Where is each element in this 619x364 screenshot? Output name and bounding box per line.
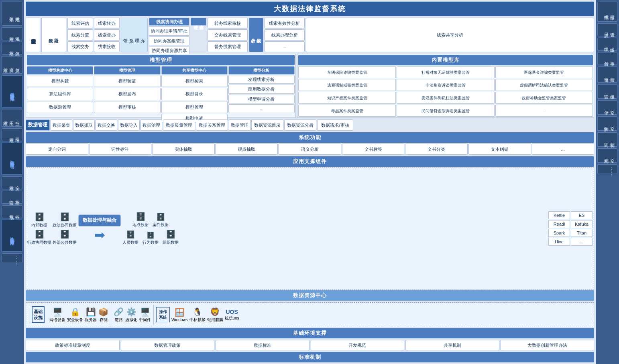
infra-link: 🔗 链路 (114, 307, 124, 323)
builtin-lending: 民间借贷虚假诉讼类案监管 (397, 105, 494, 117)
std-mechanism-title: 标准机制 (26, 352, 594, 362)
left-sidebar-group-overall: 总体标准 (2, 42, 22, 55)
model-mgmt2-box: 模型管理 (161, 101, 228, 113)
right-sidebar-monitor: 监控报警 (597, 67, 617, 83)
data-exchange: 数据交换 (96, 119, 117, 131)
assign-mgmt: 交办线索管理 (208, 29, 248, 40)
org-data: 🗄️ 组织数据 (163, 229, 179, 245)
model-build-center: 模型构建中心 (27, 66, 93, 75)
app-support-title: 应用支撑组件 (26, 156, 594, 167)
main-area: 大数据法律监督系统 线索管理 待处置线索库 线索评估 线索转办 线索分流 线索督… (24, 0, 596, 364)
pending-clue-box: 待处置线索库 (41, 18, 66, 52)
left-sidebar-label-intelligent: 人性化的智能检务标准应用 (2, 220, 22, 252)
public-data: 🗄️ 外部公共数据 (53, 229, 77, 245)
sys-segmentation: 定向分词 (26, 144, 88, 155)
builtin-ip: 知识产权案件类案监管 (298, 92, 396, 104)
data-mgmt-label: 数据管理 (26, 119, 50, 131)
clue-validity-analysis: 线索有效性分析 (265, 18, 305, 28)
infra-server: 💾 服务器 (85, 307, 97, 323)
left-sidebar-group-network: 网络标准 (2, 128, 22, 141)
clue-supervise: 线索督办 (94, 29, 120, 40)
builtin-subsidy: 政府补助金监管类案监管 (495, 92, 593, 104)
sys-semantic: 语义分析 (279, 144, 341, 155)
main-title: 大数据法律监督系统 (26, 2, 594, 16)
data-govern: 数据治理 (140, 119, 162, 131)
data-request: 数据请求/审核 (317, 119, 353, 131)
std-data-mgmt: 数据管理政策 (121, 340, 215, 350)
std-bigdata-mgmt: 大数据创新管理办法 (501, 340, 595, 350)
infra-kylin-neoshine: 🐧 中标麒麟 (189, 307, 206, 323)
clue-assess: 线索评估 (67, 18, 93, 28)
infra-title: 基础环境支撑 (26, 328, 594, 338)
model-data-analysis: 应用数据分析 (228, 85, 295, 93)
right-sidebar-event: 事件分析 (597, 52, 617, 65)
model-catalog: 模型目录 (161, 88, 228, 100)
model-mgmt-title: 模型管理 (27, 55, 295, 65)
right-sidebar-dots: ...... (597, 164, 617, 174)
builtin-vehicle: 车辆保险诈骗类案监管 (298, 66, 396, 78)
right-sidebar: 运行维护规范 设置日志 运维组织 事件分析 监控报警 维保管理 安全评估 安全防… (596, 0, 619, 364)
data-quality: 数据质量管理 (163, 119, 195, 131)
clue-mgmt2-label: 线索管理 (191, 18, 206, 26)
clue-transfer: 线索转办 (94, 18, 120, 28)
coop-handle-label: 线索协同办理 (149, 18, 189, 26)
data-resource-title: 数据资源中心 (26, 290, 594, 301)
model-search: 模型检索 (161, 75, 228, 87)
sys-doc-class: 文书分类 (405, 144, 468, 155)
right-sidebar-log: 设置日志 (597, 23, 617, 36)
right-sidebar-ops-org: 运维组织 (597, 38, 617, 51)
infra-kylin-galaxy: 🦁 银河麒麟 (207, 307, 223, 323)
location-data: 🗄️ 地点数据 (132, 212, 149, 228)
model-publish: 模型发布 (94, 88, 160, 100)
person-data: 🗄️ 人员数据 (122, 230, 138, 245)
sys-text-correct: 文本纠错 (468, 144, 531, 155)
right-sidebar-ops-spec: 运行维护规范 (597, 2, 617, 22)
clue-assign: 线索交办 (67, 41, 93, 52)
sys-doc-tag: 文书标签 (342, 144, 405, 155)
clue-share-analysis: 线索共享分析 (306, 18, 594, 52)
builtin-driving: 社矫对象无证驾驶类案监管 (397, 66, 494, 78)
infra-middleware: 🖥️ 中间件 (139, 307, 151, 323)
sys-extra: ... (532, 144, 595, 155)
left-sidebar-group-info: 信息资源标准 (2, 56, 22, 74)
left-sidebar-label-bigdata: 智能化的大数据开放平台 (2, 143, 22, 175)
transfer-review: 转办线索审核 (208, 18, 248, 28)
data-crawl: 数据抓取 (73, 119, 95, 131)
right-sidebar-maintain: 维保管理 (597, 84, 617, 99)
sys-entity: 实体抽取 (152, 144, 215, 155)
behavior-data: 🗄️ 行为数据 (143, 231, 159, 245)
sys-opinion: 观点抽取 (216, 144, 278, 155)
right-sidebar-sec-protect: 安全防护 (597, 116, 617, 131)
tech-kafuka: Kafuka (571, 220, 593, 228)
clue-analysis-extra: ... (265, 41, 305, 52)
left-sidebar-group-law: 法规标准 (2, 27, 22, 40)
clue-handle-analysis: 线索办理分析 (265, 29, 305, 40)
tech-panel: Kettle ES Readi Kafuka Spark Titan Hive … (548, 211, 593, 246)
data-resource-catalog: 数据资源目录 (251, 119, 283, 131)
admin-data: 🗄️ 行政协同数据 (27, 229, 51, 245)
right-sidebar-access: 控制访问 (597, 132, 617, 147)
left-sidebar-group-biz-spec: 业务规范 (2, 205, 22, 218)
supervise-mgmt: 督办线索管理 (208, 41, 248, 52)
coop-apply: 协同办理申请/审批 (149, 26, 189, 35)
left-sidebar-label-data-mgmt: 科学化的数据管理规范体系 (2, 75, 22, 107)
infra-security-equip: 🔒 安全设备 (67, 307, 83, 323)
right-sidebar-sec-rule: 安全规则 (597, 148, 617, 163)
std-data-std: 数据标准 (216, 340, 310, 350)
model-mgmt-center: 模型管理 (94, 66, 160, 75)
right-sidebar-sec-eval: 安全评估 (597, 100, 617, 115)
model-analysis-center: 模型分析 (228, 66, 295, 75)
infra-label: 基础设施 (29, 306, 48, 323)
infra-storage: 📦 存储 (98, 307, 108, 323)
model-build: 模型构建 (27, 75, 93, 87)
infra-network: 🖥️ 网络设备 (49, 307, 65, 323)
handle-feedback: 办理反馈 (121, 18, 148, 52)
builtin-extra: ... (495, 105, 593, 117)
builtin-fundraise: 非法集资诉讼类案监管 (397, 79, 494, 91)
coop-case-mgmt: 协同办案组管理 (149, 36, 189, 45)
data-relation: 数据关系管理 (196, 119, 228, 131)
left-sidebar-group-dots: ...... (2, 253, 22, 263)
left-sidebar-group-standards: 标准规范体系 (2, 2, 22, 26)
sys-pos: 词性标注 (89, 144, 152, 155)
model-datasrc: 数据源管理 (27, 101, 93, 113)
